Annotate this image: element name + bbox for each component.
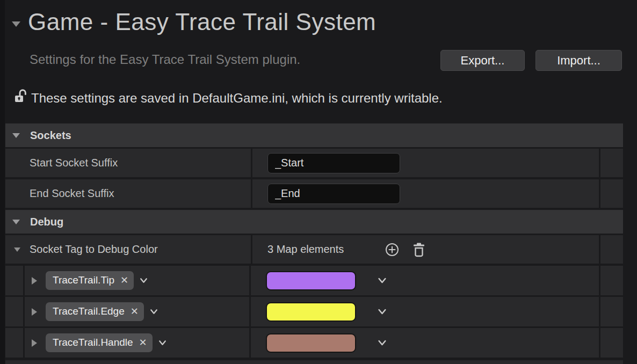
indent-cell — [5, 328, 23, 358]
section-collapse-icon — [12, 133, 20, 138]
map-element-row: TraceTrail.Edge ✕ — [5, 297, 623, 326]
map-element-row: TraceTrail.Handle ✕ — [5, 328, 623, 358]
remove-tag-icon[interactable]: ✕ — [139, 338, 147, 347]
page-collapse-arrow-icon[interactable] — [12, 21, 20, 27]
indent-cell — [5, 297, 23, 326]
end-socket-suffix-input[interactable] — [267, 184, 400, 204]
map-element-row: TraceTrail.Tip ✕ — [5, 266, 623, 295]
tag-dropdown-icon[interactable] — [139, 275, 149, 286]
expand-row-icon[interactable] — [32, 277, 37, 285]
row-reset-cell — [599, 235, 623, 264]
row-reset-cell — [599, 179, 623, 208]
page-title: Game - Easy Trace Trail System — [28, 9, 376, 35]
section-header-debug[interactable]: Debug — [5, 210, 623, 234]
start-socket-suffix-input[interactable] — [267, 153, 400, 173]
debug-color-swatch[interactable] — [266, 271, 356, 290]
debug-color-swatch[interactable] — [266, 333, 356, 353]
section-label: Debug — [30, 216, 63, 228]
tag-dropdown-icon[interactable] — [157, 338, 168, 348]
remove-tag-icon[interactable]: ✕ — [120, 275, 128, 285]
color-dropdown-icon[interactable] — [377, 306, 388, 317]
gameplay-tag-chip[interactable]: TraceTrail.Edge ✕ — [46, 302, 144, 321]
unlocked-padlock-icon — [13, 89, 30, 105]
tag-label: TraceTrail.Edge — [53, 305, 125, 317]
section-header-sockets[interactable]: Sockets — [5, 123, 623, 147]
color-dropdown-icon[interactable] — [377, 337, 388, 348]
expand-row-icon[interactable] — [32, 308, 37, 316]
property-label: Socket Tag to Debug Color — [30, 243, 158, 256]
debug-color-swatch[interactable] — [266, 302, 356, 322]
row-start-socket-suffix: Start Socket Suffix — [5, 149, 623, 177]
remove-tag-icon[interactable]: ✕ — [131, 307, 139, 316]
row-reset-cell — [599, 149, 623, 177]
row-reset-cell — [599, 328, 623, 358]
tag-label: TraceTrail.Tip — [53, 274, 114, 286]
row-socket-tag-to-debug-color: Socket Tag to Debug Color 3 Map elements — [5, 235, 623, 264]
map-collapse-icon[interactable] — [14, 247, 20, 252]
row-end-socket-suffix: End Socket Suffix — [5, 179, 623, 208]
delete-map-elements-button[interactable] — [412, 242, 426, 257]
property-label: End Socket Suffix — [5, 179, 251, 208]
settings-table: Sockets Start Socket Suffix End Socket S… — [5, 123, 623, 359]
property-label: Start Socket Suffix — [5, 149, 251, 177]
tag-dropdown-icon[interactable] — [149, 307, 159, 317]
indent-cell — [5, 266, 23, 295]
import-button[interactable]: Import... — [535, 50, 622, 71]
map-elements-count: 3 Map elements — [267, 243, 344, 256]
tag-label: TraceTrail.Handle — [53, 337, 133, 348]
ini-writable-notice: These settings are saved in DefaultGame.… — [31, 91, 443, 106]
trash-icon — [412, 242, 426, 257]
left-margin-strip — [0, 0, 5, 364]
page-subtitle: Settings for the Easy Trace Trail System… — [30, 52, 300, 67]
gameplay-tag-chip[interactable]: TraceTrail.Tip ✕ — [46, 271, 134, 290]
row-reset-cell — [599, 266, 623, 295]
gameplay-tag-chip[interactable]: TraceTrail.Handle ✕ — [46, 333, 153, 352]
add-map-element-button[interactable] — [385, 242, 400, 257]
plus-circle-icon — [385, 242, 400, 257]
next-row-peek — [5, 360, 623, 364]
export-button[interactable]: Export... — [440, 50, 525, 71]
section-collapse-icon — [12, 220, 20, 224]
row-reset-cell — [599, 297, 623, 326]
color-dropdown-icon[interactable] — [377, 275, 388, 286]
section-label: Sockets — [30, 129, 71, 142]
expand-row-icon[interactable] — [32, 339, 37, 347]
